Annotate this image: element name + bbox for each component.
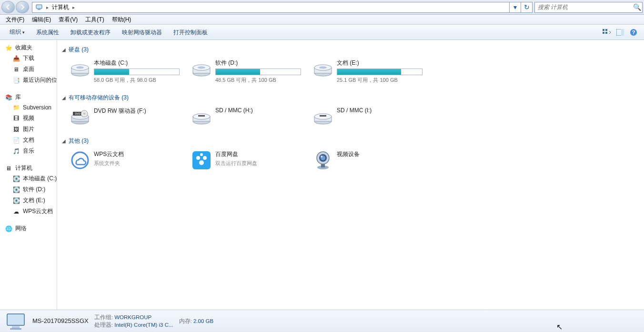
svg-point-41: [199, 160, 204, 165]
item-name: 视频设备: [337, 150, 428, 158]
svg-point-40: [203, 156, 207, 160]
svg-rect-0: [36, 5, 42, 9]
svg-point-37: [72, 152, 88, 168]
sidebar-item-music[interactable]: 🎵音乐: [0, 146, 57, 156]
sidebar-item-subversion[interactable]: 📁Subversion: [0, 102, 57, 113]
refresh-button[interactable]: ↻: [521, 2, 532, 13]
sidebar-item-desktop[interactable]: 🖥桌面: [0, 64, 57, 75]
download-icon: 📥: [12, 55, 20, 62]
menu-tools[interactable]: 工具(T): [81, 15, 108, 25]
svg-rect-51: [10, 328, 21, 330]
search-box[interactable]: 🔍: [534, 2, 643, 13]
sysprops-button[interactable]: 系统属性: [30, 25, 65, 39]
drive-freespace: 58.0 GB 可用，共 98.0 GB: [94, 77, 185, 84]
drive-icon: 💽: [12, 175, 20, 183]
computer-icon: [35, 3, 43, 11]
svg-point-39: [196, 156, 200, 160]
svg-text:?: ?: [632, 29, 635, 35]
menu-view[interactable]: 查看(V): [55, 15, 81, 25]
drive-removable[interactable]: SD / MMC (I:): [310, 104, 431, 130]
section-other-header[interactable]: ◢其他 (3): [62, 135, 639, 147]
sidebar-libraries-header[interactable]: 📚 库: [0, 92, 57, 102]
drive-freespace: 48.5 GB 可用，共 100 GB: [215, 77, 306, 84]
drive-other[interactable]: 视频设备: [310, 147, 431, 174]
section-removable-header[interactable]: ◢有可移动存储的设备 (3): [62, 92, 639, 104]
breadcrumb-root[interactable]: ▸ 计算机 ▸: [32, 2, 79, 12]
drive-other[interactable]: WPS云文档系统文件夹: [67, 147, 188, 174]
drive-hdd[interactable]: 文档 (E:)25.1 GB 可用，共 100 GB: [310, 56, 431, 87]
folder-icon: 📁: [12, 104, 20, 111]
svg-point-17: [198, 67, 205, 69]
menu-file[interactable]: 文件(F): [2, 15, 28, 25]
organize-button[interactable]: 组织: [4, 25, 30, 39]
library-icon: 📚: [5, 94, 12, 101]
capacity-bar: [94, 68, 180, 75]
sidebar-item-drive-d[interactable]: 💽软件 (D:): [0, 184, 57, 195]
star-icon: ⭐: [5, 44, 12, 52]
item-name: WPS云文档: [94, 150, 185, 158]
svg-rect-36: [320, 115, 326, 117]
mapdrive-button[interactable]: 映射网络驱动器: [116, 25, 168, 39]
picture-icon: 🖼: [12, 126, 20, 133]
ctrlpanel-button[interactable]: 打开控制面板: [168, 25, 213, 39]
preview-pane-button[interactable]: [614, 27, 627, 38]
address-input[interactable]: ▸ 计算机 ▸ ▾ ↻: [32, 2, 533, 13]
drive-other[interactable]: 百度网盘双击运行百度网盘: [188, 147, 310, 174]
sidebar-network-label: 网络: [15, 225, 27, 233]
breadcrumb-text: 计算机: [52, 3, 69, 11]
svg-point-13: [76, 67, 84, 69]
removable-icon: DVD: [70, 107, 90, 127]
svg-rect-4: [603, 32, 604, 34]
drive-freespace: 25.1 GB 可用，共 100 GB: [337, 77, 428, 84]
search-icon[interactable]: 🔍: [632, 3, 642, 11]
sidebar-favorites-header[interactable]: ⭐ 收藏夹: [0, 43, 57, 53]
section-hdd-header[interactable]: ◢硬盘 (3): [62, 44, 639, 56]
drive-icon: 💽: [12, 197, 20, 205]
twisty-icon: ◢: [62, 95, 66, 100]
search-input[interactable]: [535, 4, 632, 10]
view-mode-button[interactable]: [600, 27, 614, 38]
svg-point-42: [200, 153, 203, 156]
svg-rect-49: [7, 314, 24, 325]
svg-point-28: [83, 113, 85, 115]
sidebar-computer-header[interactable]: 🖥 计算机: [0, 163, 57, 173]
drive-name: 软件 (D:): [215, 59, 306, 67]
drive-removable[interactable]: SD / MMC (H:): [188, 104, 310, 130]
sidebar-item-drive-e[interactable]: 💽文档 (E:): [0, 195, 57, 206]
sidebar-item-documents[interactable]: 📄文档: [0, 135, 57, 146]
svg-rect-7: [621, 29, 624, 36]
item-name: 百度网盘: [215, 150, 306, 158]
computer-large-icon: [5, 312, 27, 331]
twisty-icon: ◢: [62, 138, 66, 144]
sidebar-libraries-label: 库: [15, 93, 21, 101]
drive-hdd[interactable]: 本地磁盘 (C:)58.0 GB 可用，共 98.0 GB: [67, 56, 188, 87]
menu-edit[interactable]: 编辑(E): [28, 15, 55, 25]
drive-removable[interactable]: DVDDVD RW 驱动器 (F:): [67, 104, 188, 130]
svg-rect-2: [603, 29, 604, 31]
help-button[interactable]: ?: [627, 27, 640, 38]
item-subtitle: 双击运行百度网盘: [215, 160, 306, 167]
sidebar-item-drive-c[interactable]: 💽本地磁盘 (C:): [0, 173, 57, 184]
item-subtitle: 系统文件夹: [94, 160, 185, 167]
svg-rect-1: [38, 9, 40, 10]
forward-button[interactable]: [16, 1, 29, 13]
tiles-icon: [603, 29, 611, 36]
hdd-icon: [191, 59, 211, 79]
drive-hdd[interactable]: 软件 (D:)48.5 GB 可用，共 100 GB: [188, 56, 310, 87]
sidebar-item-pictures[interactable]: 🖼图片: [0, 124, 57, 135]
capacity-bar: [337, 68, 423, 75]
back-button[interactable]: [1, 1, 15, 13]
dropdown-button[interactable]: ▾: [509, 2, 521, 13]
removable-icon: [313, 107, 333, 127]
sidebar-item-wpscloud[interactable]: ☁WPS云文档: [0, 206, 57, 217]
address-bar: ▸ 计算机 ▸ ▾ ↻ 🔍: [0, 0, 644, 15]
sidebar-item-recent[interactable]: 📑最近访问的位置: [0, 75, 57, 86]
sidebar-item-downloads[interactable]: 📥下载: [0, 53, 57, 64]
svg-rect-3: [605, 29, 607, 31]
sidebar-item-videos[interactable]: 🎞视频: [0, 113, 57, 124]
menu-help[interactable]: 帮助(H): [108, 15, 135, 25]
svg-text:DVD: DVD: [75, 112, 80, 115]
sidebar-network-header[interactable]: 🌐 网络: [0, 224, 57, 234]
svg-rect-50: [12, 326, 20, 328]
uninstall-button[interactable]: 卸载或更改程序: [65, 25, 116, 39]
